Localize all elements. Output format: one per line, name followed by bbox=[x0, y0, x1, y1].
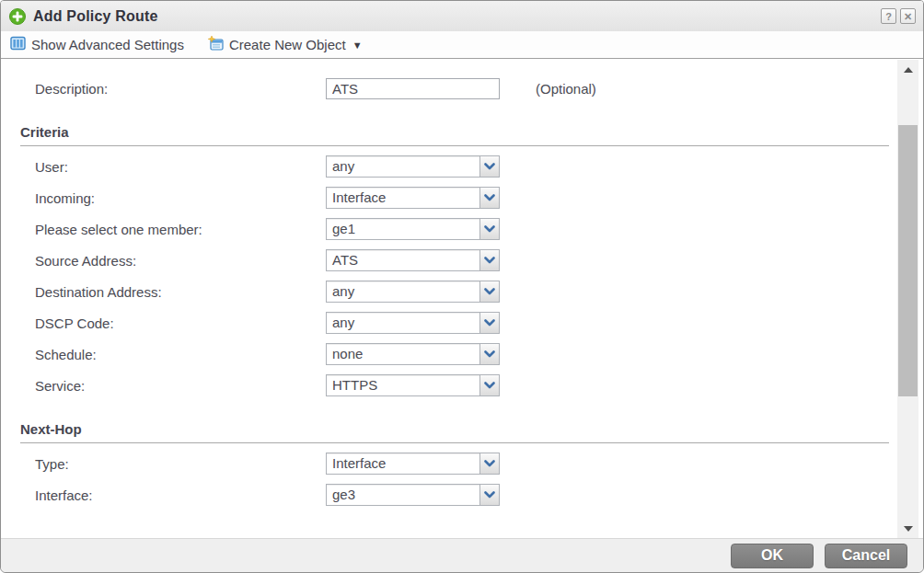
incoming-label: Incoming: bbox=[35, 190, 326, 206]
schedule-label: Schedule: bbox=[35, 347, 326, 362]
member-label: Please select one member: bbox=[35, 222, 326, 237]
type-dropdown[interactable]: Interface bbox=[326, 453, 500, 475]
chevron-down-icon[interactable] bbox=[479, 375, 499, 395]
dialog-titlebar: Add Policy Route ? ✕ bbox=[1, 1, 923, 31]
source-address-label: Source Address: bbox=[35, 253, 326, 269]
dscp-code-row: DSCP Code: any bbox=[20, 312, 871, 334]
add-policy-route-dialog: Add Policy Route ? ✕ Show Advanced Setti… bbox=[0, 0, 924, 573]
close-button[interactable]: ✕ bbox=[900, 8, 916, 24]
create-new-object-button[interactable]: Create New Object ▼ bbox=[208, 36, 363, 53]
description-row: Description: (Optional) bbox=[20, 77, 871, 99]
form-scroll-area: Description: (Optional) Criteria User: a… bbox=[2, 60, 922, 538]
table-icon bbox=[10, 36, 26, 53]
scrollbar-thumb[interactable] bbox=[898, 125, 918, 396]
show-advanced-settings-button[interactable]: Show Advanced Settings bbox=[10, 36, 184, 53]
chevron-down-icon[interactable] bbox=[479, 219, 499, 239]
dscp-code-label: DSCP Code: bbox=[35, 315, 326, 331]
service-row: Service: HTTPS bbox=[20, 374, 871, 396]
arrow-up-icon bbox=[904, 67, 913, 73]
type-row: Type: Interface bbox=[20, 453, 871, 475]
chevron-down-icon[interactable] bbox=[479, 156, 499, 177]
add-plus-icon bbox=[8, 7, 27, 26]
scroll-up-button[interactable] bbox=[897, 62, 918, 77]
chevron-down-icon[interactable] bbox=[479, 281, 499, 302]
create-new-object-label: Create New Object bbox=[229, 37, 346, 52]
chevron-down-icon[interactable] bbox=[479, 453, 499, 474]
interface-dropdown[interactable]: ge3 bbox=[326, 484, 500, 506]
incoming-dropdown[interactable]: Interface bbox=[326, 187, 500, 209]
destination-address-dropdown[interactable]: any bbox=[326, 281, 500, 303]
service-label: Service: bbox=[35, 378, 326, 394]
vertical-scrollbar[interactable] bbox=[897, 60, 918, 538]
source-address-row: Source Address: ATS bbox=[20, 249, 871, 271]
section-title-criteria: Criteria bbox=[20, 124, 871, 143]
dialog-title: Add Policy Route bbox=[33, 8, 158, 25]
schedule-dropdown[interactable]: none bbox=[326, 343, 500, 365]
user-label: User: bbox=[35, 159, 326, 175]
type-label: Type: bbox=[35, 456, 326, 472]
chevron-down-icon[interactable] bbox=[479, 250, 499, 270]
caret-down-icon: ▼ bbox=[352, 40, 363, 51]
chevron-down-icon[interactable] bbox=[479, 188, 499, 208]
scroll-down-button[interactable] bbox=[897, 521, 918, 536]
destination-address-row: Destination Address: any bbox=[20, 281, 871, 303]
incoming-row: Incoming: Interface bbox=[20, 187, 871, 209]
dscp-code-dropdown[interactable]: any bbox=[326, 312, 500, 334]
new-object-icon bbox=[208, 36, 224, 53]
interface-label: Interface: bbox=[35, 487, 326, 503]
description-input[interactable] bbox=[326, 78, 500, 99]
dialog-footer: OK Cancel bbox=[1, 538, 923, 572]
member-dropdown[interactable]: ge1 bbox=[326, 218, 500, 240]
service-dropdown[interactable]: HTTPS bbox=[326, 374, 500, 396]
user-dropdown[interactable]: any bbox=[326, 155, 500, 178]
help-button[interactable]: ? bbox=[881, 8, 896, 24]
optional-note: (Optional) bbox=[536, 81, 596, 97]
dialog-toolbar: Show Advanced Settings Create New Object… bbox=[1, 31, 923, 59]
member-row: Please select one member: ge1 bbox=[20, 218, 871, 240]
section-divider bbox=[20, 442, 889, 443]
user-row: User: any bbox=[20, 155, 871, 178]
show-advanced-settings-label: Show Advanced Settings bbox=[31, 37, 184, 52]
section-title-next-hop: Next-Hop bbox=[20, 421, 871, 440]
source-address-dropdown[interactable]: ATS bbox=[326, 249, 500, 271]
arrow-down-icon bbox=[904, 526, 913, 532]
ok-button[interactable]: OK bbox=[731, 544, 814, 568]
interface-row: Interface: ge3 bbox=[20, 484, 871, 506]
destination-address-label: Destination Address: bbox=[35, 284, 326, 300]
chevron-down-icon[interactable] bbox=[479, 344, 499, 364]
section-divider bbox=[20, 145, 889, 146]
chevron-down-icon[interactable] bbox=[479, 313, 499, 333]
schedule-row: Schedule: none bbox=[20, 343, 871, 365]
description-label: Description: bbox=[35, 81, 326, 97]
cancel-button[interactable]: Cancel bbox=[825, 544, 907, 568]
chevron-down-icon[interactable] bbox=[479, 485, 499, 505]
